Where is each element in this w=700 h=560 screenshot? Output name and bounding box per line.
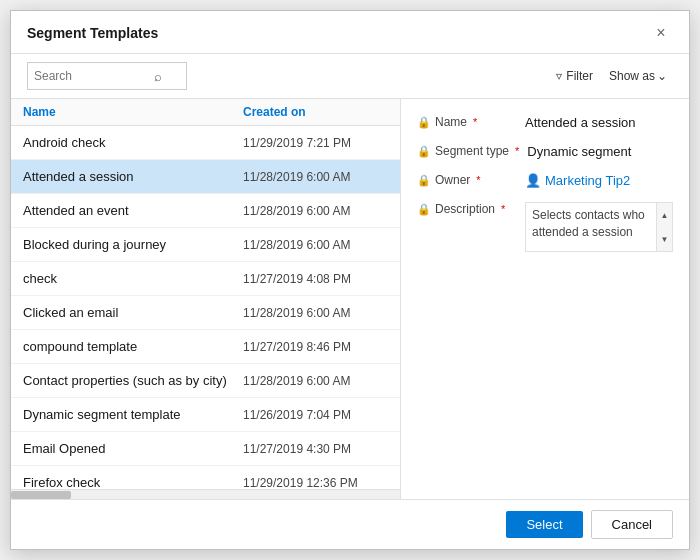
search-box: ⌕ — [27, 62, 187, 90]
required-star-segment-type: * — [515, 145, 519, 157]
lock-icon-owner: 🔒 — [417, 174, 431, 187]
list-item-date: 11/28/2019 6:00 AM — [243, 204, 388, 218]
filter-label: Filter — [566, 69, 593, 83]
list-item[interactable]: Email Opened11/27/2019 4:30 PM — [11, 432, 400, 466]
list-item-date: 11/27/2019 8:46 PM — [243, 340, 388, 354]
filter-button[interactable]: ▿ Filter — [550, 67, 599, 85]
list-item-date: 11/28/2019 6:00 AM — [243, 306, 388, 320]
required-star-name: * — [473, 116, 477, 128]
lock-icon-description: 🔒 — [417, 203, 431, 216]
list-item-name: compound template — [23, 339, 243, 354]
show-as-button[interactable]: Show as ⌄ — [603, 67, 673, 85]
list-item[interactable]: Android check11/29/2019 7:21 PM — [11, 126, 400, 160]
list-item-name: Contact properties (such as by city) — [23, 373, 243, 388]
list-item-date: 11/29/2019 7:21 PM — [243, 136, 388, 150]
horizontal-scrollbar[interactable] — [11, 489, 400, 499]
detail-row-owner: 🔒 Owner * 👤 Marketing Tip2 — [417, 173, 673, 188]
required-star-description: * — [501, 203, 505, 215]
list-item-name: Blocked during a journey — [23, 237, 243, 252]
description-field: Selects contacts who attended a session … — [525, 202, 673, 252]
detail-value-segment-type: Dynamic segment — [527, 144, 673, 159]
detail-label-col-segment-type: 🔒 Segment type * — [417, 144, 519, 158]
list-item-name: Android check — [23, 135, 243, 150]
detail-panel: 🔒 Name * Attended a session 🔒 Segment ty… — [401, 99, 689, 499]
list-item-name: check — [23, 271, 243, 286]
detail-value-owner[interactable]: Marketing Tip2 — [545, 173, 630, 188]
list-item[interactable]: check11/27/2019 4:08 PM — [11, 262, 400, 296]
list-item-date: 11/26/2019 7:04 PM — [243, 408, 388, 422]
segment-templates-dialog: Segment Templates × ⌕ ▿ Filter Show as ⌄… — [10, 10, 690, 550]
detail-label-col-description: 🔒 Description * — [417, 202, 517, 216]
cancel-button[interactable]: Cancel — [591, 510, 673, 539]
dialog-footer: Select Cancel — [11, 499, 689, 549]
description-scrollbar: ▲ ▼ — [656, 203, 672, 251]
detail-row-description: 🔒 Description * Selects contacts who att… — [417, 202, 673, 252]
select-button[interactable]: Select — [506, 511, 582, 538]
toolbar-right: ▿ Filter Show as ⌄ — [550, 67, 673, 85]
list-item[interactable]: Clicked an email11/28/2019 6:00 AM — [11, 296, 400, 330]
list-item-name: Attended a session — [23, 169, 243, 184]
list-item-date: 11/28/2019 6:00 AM — [243, 374, 388, 388]
list-header: Name Created on — [11, 99, 400, 126]
list-item[interactable]: compound template11/27/2019 8:46 PM — [11, 330, 400, 364]
detail-row-name: 🔒 Name * Attended a session — [417, 115, 673, 130]
filter-icon: ▿ — [556, 69, 562, 83]
list-item[interactable]: Blocked during a journey11/28/2019 6:00 … — [11, 228, 400, 262]
show-as-label: Show as — [609, 69, 655, 83]
list-item-date: 11/29/2019 12:36 PM — [243, 476, 388, 490]
detail-label-segment-type: Segment type — [435, 144, 509, 158]
list-item-name: Attended an event — [23, 203, 243, 218]
main-content: Name Created on Android check11/29/2019 … — [11, 99, 689, 499]
detail-row-segment-type: 🔒 Segment type * Dynamic segment — [417, 144, 673, 159]
search-icon: ⌕ — [154, 69, 162, 84]
description-text: Selects contacts who attended a session — [526, 203, 672, 245]
list-item-name: Clicked an email — [23, 305, 243, 320]
list-item[interactable]: Contact properties (such as by city)11/2… — [11, 364, 400, 398]
detail-label-name: Name — [435, 115, 467, 129]
scrollbar-thumb-horizontal — [11, 491, 71, 499]
dialog-title: Segment Templates — [27, 25, 158, 41]
description-scroll-down[interactable]: ▼ — [657, 227, 672, 251]
detail-label-description: Description — [435, 202, 495, 216]
description-scroll-up[interactable]: ▲ — [657, 203, 672, 227]
list-item-date: 11/27/2019 4:30 PM — [243, 442, 388, 456]
list-item[interactable]: Attended an event11/28/2019 6:00 AM — [11, 194, 400, 228]
col-date-header[interactable]: Created on — [243, 105, 388, 119]
required-star-owner: * — [476, 174, 480, 186]
list-item[interactable]: Attended a session11/28/2019 6:00 AM — [11, 160, 400, 194]
detail-label-owner: Owner — [435, 173, 470, 187]
list-item-date: 11/27/2019 4:08 PM — [243, 272, 388, 286]
list-item[interactable]: Dynamic segment template11/26/2019 7:04 … — [11, 398, 400, 432]
list-body[interactable]: Android check11/29/2019 7:21 PMAttended … — [11, 126, 400, 489]
chevron-down-icon: ⌄ — [657, 69, 667, 83]
detail-value-owner-container: 👤 Marketing Tip2 — [525, 173, 630, 188]
person-icon: 👤 — [525, 173, 541, 188]
toolbar: ⌕ ▿ Filter Show as ⌄ — [11, 54, 689, 99]
dialog-title-bar: Segment Templates × — [11, 11, 689, 54]
detail-label-col-name: 🔒 Name * — [417, 115, 517, 129]
list-item-date: 11/28/2019 6:00 AM — [243, 170, 388, 184]
search-input[interactable] — [34, 69, 154, 83]
list-item[interactable]: Firefox check11/29/2019 12:36 PM — [11, 466, 400, 489]
list-panel: Name Created on Android check11/29/2019 … — [11, 99, 401, 499]
detail-value-name: Attended a session — [525, 115, 673, 130]
list-item-name: Email Opened — [23, 441, 243, 456]
col-name-header[interactable]: Name — [23, 105, 243, 119]
lock-icon-segment-type: 🔒 — [417, 145, 431, 158]
lock-icon-name: 🔒 — [417, 116, 431, 129]
close-button[interactable]: × — [649, 21, 673, 45]
detail-label-col-owner: 🔒 Owner * — [417, 173, 517, 187]
list-item-date: 11/28/2019 6:00 AM — [243, 238, 388, 252]
list-item-name: Firefox check — [23, 475, 243, 489]
list-item-name: Dynamic segment template — [23, 407, 243, 422]
